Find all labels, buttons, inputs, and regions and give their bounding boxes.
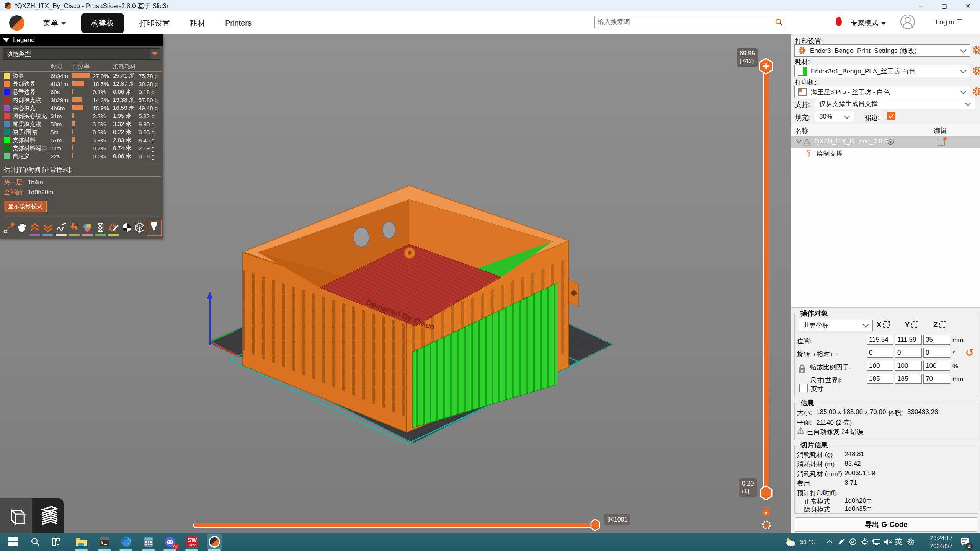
center-of-mass-icon[interactable] <box>120 222 133 236</box>
slider-unlock-icon[interactable] <box>761 506 771 517</box>
color-changes-icon[interactable] <box>81 222 94 236</box>
legend-row[interactable]: 支撑材料 57m 3.9% 2.83 米 8.45 g <box>0 136 163 144</box>
object-row-support[interactable]: 绘制支撑 <box>791 148 980 159</box>
search-icon[interactable] <box>774 18 784 27</box>
start-button[interactable] <box>5 534 21 549</box>
legend-row[interactable]: 自定义 22s 0.0% 0.06 米 0.18 g <box>0 152 163 160</box>
ime-indicator[interactable]: 英 <box>895 533 902 551</box>
edit-object-icon[interactable] <box>938 139 945 146</box>
edit-print-settings-gear-icon[interactable] <box>972 45 980 55</box>
tray-brightness-icon[interactable] <box>861 533 868 551</box>
prusaslicer-taskbar-icon[interactable] <box>207 534 222 549</box>
legend-row[interactable]: 外部边界 4h31m 18.5% 12.87 米 38.38 g <box>0 80 163 88</box>
value-y-input[interactable] <box>895 374 922 384</box>
legend-row[interactable]: 悬垂边界 60s 0.1% 0.06 米 0.18 g <box>0 88 163 96</box>
tray-check-icon[interactable] <box>849 533 857 551</box>
task-view-icon[interactable] <box>49 534 64 549</box>
dropdown-arrow[interactable] <box>150 49 160 59</box>
mode-selector[interactable]: 专家模式 <box>851 18 886 28</box>
legend-row[interactable]: 内部填充物 3h29m 14.3% 19.38 米 57.80 g <box>0 96 163 104</box>
file-explorer-icon[interactable] <box>74 534 89 549</box>
edit-filament-gear-icon[interactable] <box>972 66 980 76</box>
layer-slider-top-handle[interactable] <box>758 58 774 75</box>
tray-app-icon[interactable] <box>838 533 845 551</box>
search-input[interactable] <box>595 18 774 26</box>
clock[interactable]: 23:24:17 2024/8/7 <box>922 534 952 550</box>
tab-print-settings[interactable]: 打印设置 <box>139 18 170 28</box>
legend-row[interactable]: 裙子/围裙 5m 0.3% 0.22 米 0.65 g <box>0 128 163 136</box>
value-z-input[interactable] <box>923 374 950 384</box>
extruder-nozzle-icon[interactable] <box>147 220 162 236</box>
edge-browser-icon[interactable] <box>119 534 134 549</box>
value-x-input[interactable] <box>867 361 893 371</box>
legend-row[interactable]: 支撑材料端口 11m 0.7% 0.74 米 2.19 g <box>0 144 163 152</box>
value-y-input[interactable] <box>895 348 922 358</box>
tray-network-icon[interactable] <box>872 533 881 551</box>
value-x-input[interactable] <box>867 348 893 358</box>
printer-combo[interactable]: 海王星3 Pro - 丝工坊 - 白色 <box>794 86 970 98</box>
tab-filament[interactable]: 耗材 <box>190 18 205 28</box>
legend-header[interactable]: Legend <box>0 34 163 46</box>
close-button[interactable]: ✕ <box>956 0 980 11</box>
collapse-triangle-icon[interactable] <box>3 38 9 42</box>
terminal-icon[interactable] <box>97 534 112 549</box>
login-button[interactable]: Log in <box>936 18 962 26</box>
legend-row[interactable]: 顶部实心填充 31m 2.2% 1.95 米 5.82 g <box>0 112 163 120</box>
editor-view-button[interactable] <box>0 498 32 533</box>
export-gcode-button[interactable]: 导出 G-Code <box>795 517 977 532</box>
moves-slider-handle[interactable] <box>590 519 600 531</box>
eye-icon[interactable] <box>886 138 895 146</box>
moves-slider-track[interactable] <box>193 523 597 528</box>
reset-rotation-icon[interactable]: ↺ <box>965 347 974 359</box>
solidworks-icon[interactable]: SW2022 <box>185 534 200 549</box>
supports-combo[interactable]: 仅从支撑生成器支撑 <box>815 98 975 109</box>
uniform-scale-lock-icon[interactable] <box>798 364 806 375</box>
view-type-dropdown[interactable]: 功能类型 <box>3 48 160 60</box>
taskbar-search-icon[interactable] <box>28 534 43 549</box>
value-y-input[interactable] <box>895 335 922 345</box>
value-z-input[interactable] <box>923 348 950 358</box>
maximize-button[interactable]: ▢ <box>933 0 956 11</box>
infill-combo[interactable]: 30% <box>815 111 854 122</box>
layer-slider-bottom-handle[interactable] <box>759 485 773 500</box>
bounding-box-icon[interactable] <box>134 222 146 236</box>
minimize-button[interactable]: – <box>909 0 933 11</box>
search-box[interactable] <box>594 16 786 28</box>
value-z-input[interactable] <box>923 335 950 345</box>
value-y-input[interactable] <box>895 361 922 371</box>
retractions-icon[interactable] <box>29 222 41 236</box>
tab-plater[interactable]: 构建板 <box>81 13 124 33</box>
legend-row[interactable]: 桥梁填充物 53m 3.6% 3.32 米 9.90 g <box>0 120 163 128</box>
seams-icon[interactable] <box>55 222 67 236</box>
menu-button[interactable]: 菜单 <box>43 18 66 28</box>
calculator-icon[interactable] <box>141 534 156 549</box>
custom-gcode-icon[interactable] <box>107 222 120 236</box>
notification-center[interactable]: 4 <box>960 533 970 551</box>
wipe-icon[interactable] <box>15 222 28 236</box>
weather-widget[interactable]: 31 ℃ <box>784 533 815 551</box>
tray-volume-muted-icon[interactable] <box>884 533 893 551</box>
model-object[interactable]: Designed By Cisco <box>243 186 579 432</box>
tool-changes-icon[interactable] <box>68 222 80 236</box>
expand-chevron-icon[interactable] <box>796 137 802 143</box>
legend-row[interactable]: 实心填充 4h6m 16.9% 16.59 米 49.48 g <box>0 104 163 112</box>
object-row-selected[interactable]: QXZH_ITX_B...sco_2.0.STL <box>791 136 980 148</box>
preview-view-button[interactable] <box>32 498 64 533</box>
value-x-input[interactable] <box>867 374 893 384</box>
legend-row[interactable]: 边界 6h34m 27.0% 25.41 米 75.78 g <box>0 72 163 80</box>
deretractions-icon[interactable] <box>42 222 54 236</box>
travel-moves-icon[interactable] <box>2 222 15 236</box>
tray-settings-gear-icon[interactable] <box>906 533 915 551</box>
layer-slider-track[interactable] <box>763 71 769 489</box>
discord-icon[interactable]: 9+ <box>162 534 178 549</box>
tray-expand-chevron[interactable] <box>826 533 833 551</box>
coordinate-system-combo[interactable]: 世界坐标 <box>799 320 873 331</box>
brim-checkbox[interactable] <box>887 112 895 120</box>
show-stealth-mode-button[interactable]: 显示隐形模式 <box>4 201 47 212</box>
one-layer-mode-icon[interactable] <box>761 520 772 530</box>
filament-combo[interactable]: Ender3s1_Bengo_PLA_丝工坊-白色 <box>794 65 970 77</box>
pause-prints-icon[interactable] <box>94 222 107 236</box>
value-x-input[interactable] <box>867 335 893 345</box>
print-settings-combo[interactable]: Ender3_Bengo_Print_Settings (修改) <box>794 44 970 57</box>
tab-printers[interactable]: Printers <box>225 19 252 28</box>
